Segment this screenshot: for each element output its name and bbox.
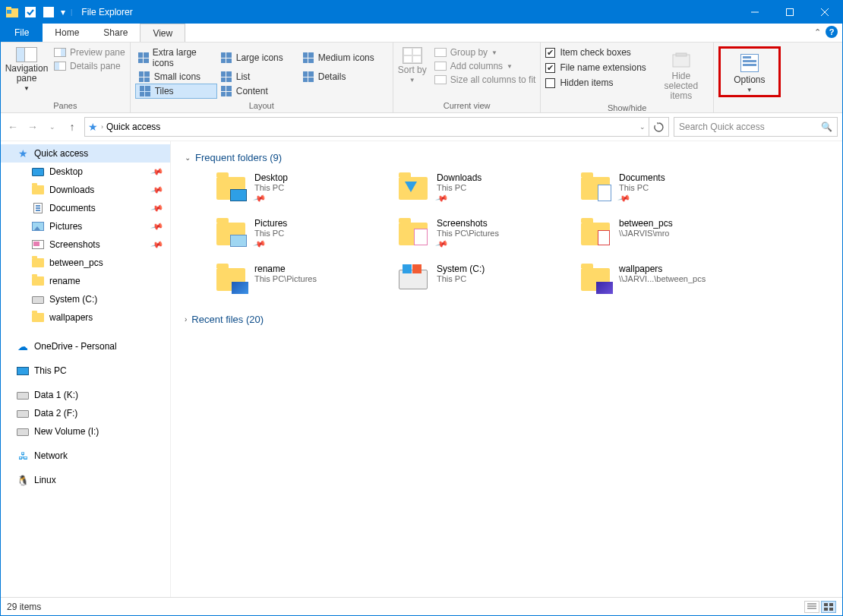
checkbox-file-name-extensions[interactable]: ✔File name extensions: [545, 62, 646, 73]
group-by-button[interactable]: Group by ▼: [434, 47, 536, 58]
navigation-pane-button[interactable]: Navigation pane ▼: [5, 44, 48, 92]
pic-icon: [31, 220, 45, 232]
folder-tile-wallpapers[interactable]: wallpapers\\JARVI...\between_pcs: [579, 264, 754, 295]
refresh-button[interactable]: [649, 117, 669, 137]
content-pane[interactable]: ⌄ Frequent folders (9) DesktopThis PC📌Do…: [171, 141, 842, 597]
tree-item-screenshots[interactable]: Screenshots📌: [1, 235, 170, 254]
details-pane-button[interactable]: Details pane: [54, 61, 125, 71]
folder-tile-documents[interactable]: DocumentsThis PC📌: [579, 172, 754, 204]
layout-icon: [220, 86, 232, 96]
folder-location: This PC: [437, 183, 481, 192]
group-current-view-label: Current view: [398, 100, 536, 112]
tree-item-new-volume--i--[interactable]: New Volume (I:): [1, 422, 170, 441]
tree-item-pictures[interactable]: Pictures📌: [1, 217, 170, 235]
tab-view[interactable]: View: [140, 24, 185, 42]
sort-by-button[interactable]: Sort by ▼: [398, 47, 427, 84]
tree-item-wallpapers[interactable]: wallpapers: [1, 308, 170, 327]
folder-tile-desktop[interactable]: DesktopThis PC📌: [215, 172, 390, 204]
folder-location: This PC: [254, 183, 288, 192]
layout-extra-large-icons[interactable]: Extra large icons: [135, 46, 217, 70]
cloud-icon: ☁: [16, 340, 30, 352]
help-icon[interactable]: ?: [826, 26, 838, 38]
folder-tile-between-pcs[interactable]: between_pcs\\JARVIS\mro: [579, 218, 754, 250]
navigation-tree[interactable]: ★ Quick access Desktop📌Downloads📌Documen…: [1, 141, 171, 597]
maximize-button[interactable]: [772, 1, 807, 24]
collapse-ribbon-icon[interactable]: ⌃: [814, 27, 821, 37]
minimize-button[interactable]: [737, 1, 772, 24]
pin-icon: 📌: [150, 238, 165, 251]
folder-name: wallpapers: [619, 264, 706, 274]
recent-locations-button[interactable]: ⌄: [45, 119, 60, 134]
folder-tile-rename[interactable]: renameThis PC\Pictures: [215, 264, 390, 295]
tree-item-rename[interactable]: rename: [1, 272, 170, 290]
tree-quick-access[interactable]: ★ Quick access: [1, 144, 170, 163]
drive-icon: [16, 389, 30, 401]
folder-location: This PC\Pictures: [254, 274, 317, 283]
recent-files-header[interactable]: › Recent files (20): [185, 314, 829, 325]
layout-large-icons[interactable]: Large icons: [217, 46, 299, 70]
breadcrumb-dropdown-icon[interactable]: ⌄: [639, 123, 646, 131]
tab-file[interactable]: File: [1, 24, 43, 42]
folder-icon: [397, 218, 429, 250]
add-columns-button[interactable]: Add columns ▼: [434, 61, 536, 71]
layout-list[interactable]: List: [217, 70, 299, 84]
tree-item-this-pc[interactable]: This PC: [1, 362, 170, 380]
tab-share[interactable]: Share: [91, 24, 140, 42]
layout-tiles[interactable]: Tiles: [135, 84, 217, 99]
breadcrumb[interactable]: ★ › Quick access ⌄: [84, 117, 649, 137]
tree-item-documents[interactable]: Documents📌: [1, 199, 170, 217]
ribbon-tabs: File Home Share View ⌃ ?: [1, 24, 842, 43]
tree-item-network[interactable]: 🖧Network: [1, 447, 170, 465]
up-button[interactable]: ↑: [65, 119, 80, 134]
tab-home[interactable]: Home: [43, 24, 91, 42]
options-button[interactable]: Options ▼: [722, 50, 777, 93]
forward-button[interactable]: →: [25, 119, 40, 134]
svg-rect-14: [824, 603, 828, 606]
group-show-hide: ✔Item check boxes✔File name extensionsHi…: [541, 43, 713, 112]
folder-name: Desktop: [254, 172, 288, 183]
search-input[interactable]: Search Quick access 🔍: [674, 117, 838, 137]
layout-details[interactable]: Details: [299, 70, 381, 84]
frequent-folders-header[interactable]: ⌄ Frequent folders (9): [185, 152, 829, 163]
folder-tile-screenshots[interactable]: ScreenshotsThis PC\Pictures📌: [397, 218, 572, 250]
tree-item-data-1--k--[interactable]: Data 1 (K:): [1, 386, 170, 404]
tree-item-onedrive---personal[interactable]: ☁OneDrive - Personal: [1, 337, 170, 355]
back-button[interactable]: ←: [5, 119, 21, 134]
breadcrumb-item[interactable]: Quick access: [106, 122, 160, 132]
layout-medium-icons[interactable]: Medium icons: [299, 46, 381, 70]
size-columns-button[interactable]: Size all columns to fit: [434, 74, 536, 85]
layout-icon: [138, 71, 150, 82]
svg-rect-15: [829, 603, 833, 606]
tree-item-downloads[interactable]: Downloads📌: [1, 181, 170, 199]
hide-selected-button[interactable]: Hide selected items: [654, 47, 709, 102]
folder-tile-downloads[interactable]: DownloadsThis PC📌: [397, 172, 572, 204]
tree-item-desktop[interactable]: Desktop📌: [1, 163, 170, 181]
qat-dropdown-icon[interactable]: ▾: [58, 4, 68, 21]
checkbox-icon: [545, 78, 555, 88]
tiles-view-toggle[interactable]: [821, 601, 836, 613]
tree-item-system--c--[interactable]: System (C:): [1, 290, 170, 308]
details-view-toggle[interactable]: [804, 601, 819, 613]
tree-item-linux[interactable]: 🐧Linux: [1, 471, 170, 489]
checkbox-hidden-items[interactable]: Hidden items: [545, 77, 646, 88]
screens-icon: [31, 239, 45, 251]
tree-item-data-2--f--[interactable]: Data 2 (F:): [1, 404, 170, 422]
layout-small-icons[interactable]: Small icons: [135, 70, 217, 84]
folder-tile-pictures[interactable]: PicturesThis PC📌: [215, 218, 390, 250]
layout-icon: [139, 86, 151, 96]
folder-icon: [397, 264, 429, 295]
preview-pane-button[interactable]: Preview pane: [54, 47, 125, 58]
net-icon: 🖧: [16, 450, 30, 462]
title-bar: ▾ | File Explorer: [1, 1, 842, 24]
layout-content[interactable]: Content: [217, 84, 299, 99]
folder-name: Pictures: [254, 218, 287, 229]
close-button[interactable]: [807, 1, 842, 24]
checkbox-item-check-boxes[interactable]: ✔Item check boxes: [545, 47, 646, 58]
svg-rect-6: [787, 9, 794, 16]
tree-item-between-pcs[interactable]: between_pcs: [1, 254, 170, 272]
folder-tile-system--c--[interactable]: System (C:)This PC: [397, 264, 572, 295]
qat-new-folder-icon[interactable]: [40, 4, 57, 21]
folder-icon: [215, 264, 247, 295]
qat-properties-icon[interactable]: [22, 4, 39, 21]
svg-rect-2: [7, 10, 11, 14]
